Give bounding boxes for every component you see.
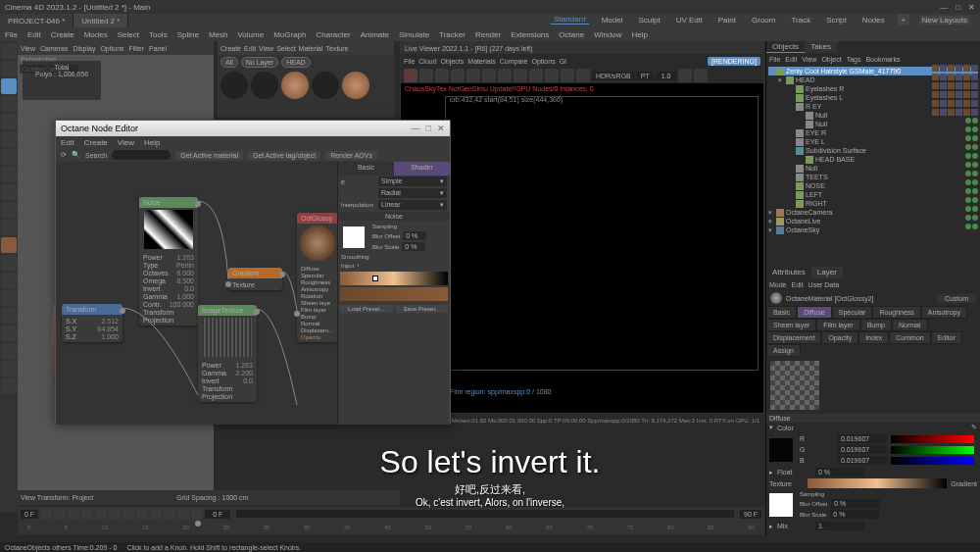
rotate-icon[interactable] [1,96,17,112]
save-icon[interactable] [576,69,590,82]
attr-tab-opacity[interactable]: Opacity [821,331,858,344]
key-icon[interactable] [164,508,175,520]
maximize-icon[interactable]: □ [426,124,431,133]
new-layouts-button[interactable]: New Layouts [919,16,970,25]
menu-extensions[interactable]: Extensions [506,30,554,39]
a-mode[interactable]: Mode [769,281,787,288]
focus-icon[interactable] [498,69,512,82]
output-port[interactable] [279,272,285,277]
expand-icon[interactable] [694,69,708,82]
node-canvas[interactable]: Transform S.X2.512 S.Y64.854 S.Z1.000 No… [56,162,450,425]
scale-icon[interactable] [1,114,17,129]
menu-mesh[interactable]: Mesh [204,30,233,39]
layout-groom[interactable]: Groom [749,16,778,25]
live-select-icon[interactable] [1,61,17,76]
viewport-solo-icon[interactable] [1,343,17,359]
layout-track[interactable]: Track [788,16,813,25]
poly-mode-icon[interactable] [1,308,17,324]
stop-icon[interactable] [435,69,449,82]
prev-frame-icon[interactable] [68,508,79,520]
filter-nolayer[interactable]: No Layer [241,57,278,68]
sound-icon[interactable] [191,508,203,520]
attr-tab-index[interactable]: Index [858,331,889,344]
h-file[interactable]: File [769,56,780,63]
edge-mode-icon[interactable] [1,290,17,306]
goto-end-icon[interactable] [136,508,148,520]
menu-help[interactable]: Help [627,30,653,39]
layer-tab[interactable]: Layer [811,267,843,278]
a-edit[interactable]: Edit [792,281,804,288]
workplane-icon[interactable] [1,220,17,235]
point-mode-icon[interactable] [1,273,17,288]
basic-tab[interactable]: Basic [338,162,394,176]
expand-icon[interactable]: ▸ [769,469,773,477]
goto-start-icon[interactable] [40,508,52,520]
material-thumb[interactable] [312,72,339,99]
camera-icon[interactable] [529,69,543,82]
minimize-icon[interactable]: — [940,3,948,12]
attr-tab-diffuse[interactable]: Diffuse [797,306,832,319]
lv-materials[interactable]: Materials [467,58,495,65]
ne-titlebar[interactable]: Octane Node Editor — □ ✕ [56,121,450,136]
imagetexture-node[interactable]: ImageTexture Power1.263 Gamma2.200 Inver… [198,305,257,402]
attributes-tab[interactable]: Attributes [766,267,811,278]
tweak-icon[interactable] [1,326,17,341]
vp-filter[interactable]: Filter [129,45,145,52]
mat-texture[interactable]: Texture [326,45,349,52]
h-edit[interactable]: Edit [785,56,797,63]
vp-cameras[interactable]: Cameras [40,45,68,52]
render-aovs-button[interactable]: Render AOVs [325,151,377,160]
expand-icon[interactable]: ▾ [769,424,773,431]
attr-tab-displacement[interactable]: Displacement [766,331,821,344]
octglossy-node[interactable]: OctGlossy Diffuse Specular Roughness Ani… [297,213,338,342]
output-port[interactable] [195,201,201,207]
menu-window[interactable]: Window [589,30,626,39]
takes-tab[interactable]: Takes [805,41,837,53]
a-userdata[interactable]: User Data [808,281,840,288]
r-slider[interactable] [891,435,974,443]
layout-model[interactable]: Model [599,16,626,25]
ne-help[interactable]: Help [139,138,165,147]
blur-scale-input[interactable]: 0 % [402,242,425,251]
locked-icon[interactable] [1,167,17,182]
b-slider[interactable] [891,457,974,465]
get-material-button[interactable]: Get Active material [175,151,243,160]
minimize-icon[interactable]: — [412,124,420,133]
move-icon[interactable] [1,78,17,94]
layout-standard[interactable]: Standard [551,15,588,25]
coord-icon[interactable] [1,184,17,200]
mat-edit[interactable]: Edit [244,45,256,52]
vp-panel[interactable]: Panel [149,45,167,52]
material-thumb[interactable] [342,72,369,99]
menu-file[interactable]: File [0,30,23,39]
eyedropper-icon[interactable]: ✎ [971,424,977,431]
h-bookmarks[interactable]: Bookmarks [865,56,900,63]
ne-edit[interactable]: Edit [56,138,79,147]
lv-compare[interactable]: Compare [500,58,528,65]
autokey-icon[interactable] [177,508,189,520]
attr-tab-sheen-layer[interactable]: Sheen layer [766,319,816,331]
filter-all[interactable]: All [220,57,238,68]
close-icon[interactable]: ✕ [968,3,975,12]
doc-tab[interactable]: Untitled 2 * [74,14,128,27]
attr-tab-editor[interactable]: Editor [931,331,962,344]
h-object[interactable]: Object [821,56,841,63]
menu-simulate[interactable]: Simulate [394,30,434,39]
history-icon[interactable] [1,43,17,59]
r-input[interactable]: 0.019607 [838,434,887,443]
picker-icon[interactable] [514,69,527,82]
brush-icon[interactable] [1,378,17,394]
layout-sculpt[interactable]: Sculpt [635,16,662,25]
get-tag-button[interactable]: Get Active tag/object [248,151,320,160]
lv-file[interactable]: File [404,58,415,65]
layout-paint[interactable]: Paint [715,16,739,25]
lv-options[interactable]: Options [532,58,556,65]
doc-tab[interactable]: PROJECT-046 * [0,14,74,27]
gradient-node[interactable]: Gradient Texture [228,268,282,290]
mix-input[interactable]: 1. [815,522,864,530]
aov-icon[interactable] [561,69,574,82]
add-icon[interactable]: + [898,14,909,25]
settings-icon[interactable] [678,69,692,82]
start-frame[interactable]: 0 F [21,510,38,519]
ne-create[interactable]: Create [79,138,113,147]
